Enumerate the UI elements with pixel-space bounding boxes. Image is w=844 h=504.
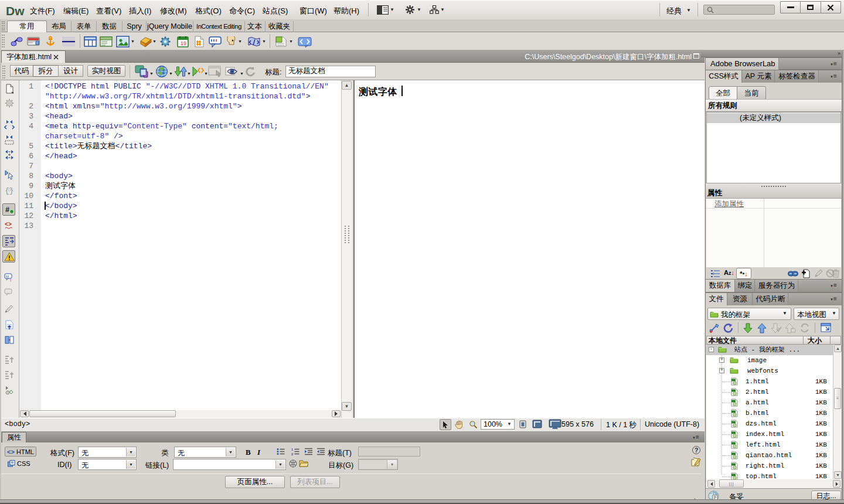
svg-text:19: 19 [181,40,186,46]
svg-text:!: ! [10,278,11,283]
svg-text:#: # [5,206,9,214]
svg-text:<>: <> [5,222,12,228]
svg-text:1: 1 [291,448,293,451]
svg-text:2: 2 [291,452,293,456]
svg-text:{}: {} [5,186,14,195]
